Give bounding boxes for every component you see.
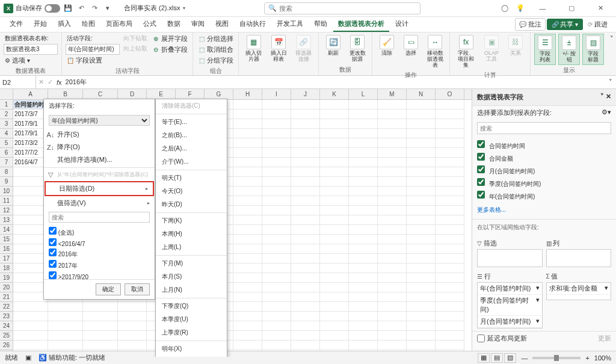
row-header[interactable]: 25 — [0, 331, 13, 341]
cell[interactable] — [320, 341, 349, 350]
group-field-button[interactable]: ⬚分组字段 — [197, 55, 235, 66]
cell[interactable] — [436, 292, 464, 302]
cell[interactable] — [436, 100, 464, 110]
cell[interactable] — [262, 167, 291, 177]
move-pivot-button[interactable]: ↔移动数据透视表 — [424, 34, 446, 70]
row-header[interactable]: 3 — [0, 119, 13, 129]
cell[interactable] — [262, 110, 291, 119]
cell[interactable] — [436, 119, 464, 129]
field-search-input[interactable] — [477, 122, 611, 134]
cell[interactable] — [320, 110, 349, 119]
tab-自动执行[interactable]: 自动执行 — [235, 17, 271, 32]
field-checkbox[interactable] — [477, 153, 485, 161]
pivot-options-button[interactable]: ⚙ 选项 ▾ — [4, 55, 58, 66]
cell[interactable] — [233, 215, 262, 225]
filter-value-item[interactable]: 2017年 — [49, 259, 150, 271]
cell[interactable] — [378, 302, 407, 312]
cell[interactable] — [13, 302, 48, 312]
cell[interactable] — [320, 148, 349, 158]
cell[interactable] — [407, 254, 436, 264]
tab-数据[interactable]: 数据 — [162, 17, 185, 32]
cell[interactable] — [349, 148, 378, 158]
cell[interactable] — [436, 254, 464, 264]
field-item[interactable]: 合同金额 — [477, 152, 611, 164]
cell[interactable] — [349, 196, 378, 206]
cell[interactable] — [378, 264, 407, 273]
cell[interactable] — [349, 158, 378, 167]
cell[interactable] — [378, 283, 407, 292]
cell[interactable] — [233, 292, 262, 302]
col-header-H[interactable]: H — [233, 89, 262, 99]
row-header[interactable]: 19 — [0, 273, 13, 283]
row-header[interactable]: 24 — [0, 321, 13, 331]
cell[interactable] — [320, 129, 349, 138]
tab-开发工具[interactable]: 开发工具 — [272, 17, 308, 32]
col-header-O[interactable]: O — [436, 89, 464, 99]
cell[interactable] — [233, 254, 262, 264]
cell[interactable] — [291, 206, 320, 215]
cell[interactable] — [407, 177, 436, 187]
cell[interactable] — [291, 148, 320, 158]
field-checkbox[interactable] — [477, 191, 485, 199]
field-pane-collapse-icon[interactable]: ˅ — [600, 93, 604, 100]
cell[interactable] — [436, 215, 464, 225]
cell[interactable] — [320, 138, 349, 148]
ribbon-collapse-icon[interactable]: ˅ — [608, 32, 616, 75]
row-header[interactable]: 9 — [0, 177, 13, 187]
row-header[interactable]: 18 — [0, 264, 13, 273]
cell[interactable] — [407, 312, 436, 321]
row-header[interactable]: 6 — [0, 148, 13, 158]
cell[interactable] — [349, 225, 378, 235]
cell[interactable] — [349, 341, 378, 350]
cancel-button[interactable]: 取消 — [125, 283, 150, 295]
cell[interactable] — [407, 302, 436, 312]
cell[interactable] — [407, 341, 436, 350]
cell[interactable] — [320, 331, 349, 341]
cell[interactable] — [320, 158, 349, 167]
worksheet-area[interactable]: ABCDEFGHIJKLMNO 1合同签约时间合同金额行标签 ▾22017/3/… — [0, 89, 472, 357]
cell[interactable] — [233, 273, 262, 283]
cell[interactable] — [436, 158, 464, 167]
cell[interactable] — [233, 158, 262, 167]
col-header-J[interactable]: J — [291, 89, 320, 99]
cell[interactable] — [349, 273, 378, 283]
share-button[interactable]: 🔗 共享 ▾ — [547, 19, 584, 30]
ok-button[interactable]: 确定 — [96, 283, 121, 295]
cell[interactable] — [118, 321, 147, 331]
olap-button[interactable]: ▣OLAP 工具 — [481, 34, 502, 64]
cell[interactable] — [291, 177, 320, 187]
filter-value-tree[interactable]: (全选) <2016/4/7 2016年 2017年 >2017/9/20 — [44, 225, 155, 279]
cell[interactable] — [291, 138, 320, 148]
cell[interactable] — [233, 187, 262, 196]
cell[interactable] — [407, 138, 436, 148]
tab-审阅[interactable]: 审阅 — [186, 17, 209, 32]
cell[interactable] — [320, 244, 349, 254]
filter-value-item[interactable]: <2016/4/7 — [49, 238, 150, 248]
maximize-button[interactable]: ▢ — [559, 0, 584, 17]
field-settings-button[interactable]: 📋 字段设置 — [66, 55, 120, 66]
cell[interactable] — [436, 148, 464, 158]
cell[interactable] — [233, 148, 262, 158]
cell[interactable] — [233, 331, 262, 341]
close-button[interactable]: ✕ — [588, 0, 612, 17]
row-header[interactable]: 16 — [0, 244, 13, 254]
row-header[interactable]: 23 — [0, 312, 13, 321]
col-header-F[interactable]: F — [176, 89, 205, 99]
cell[interactable] — [378, 292, 407, 302]
col-header-C[interactable]: C — [83, 89, 118, 99]
cell[interactable] — [378, 119, 407, 129]
col-header-I[interactable]: I — [262, 89, 291, 99]
submenu-item[interactable]: 明天(T) — [156, 171, 227, 185]
account-icon[interactable]: ◯ — [499, 3, 510, 14]
cell[interactable] — [320, 273, 349, 283]
cell[interactable] — [378, 110, 407, 119]
submenu-item[interactable]: 上季度(R) — [156, 326, 227, 339]
cell[interactable] — [48, 302, 83, 312]
cell[interactable] — [378, 244, 407, 254]
columns-area[interactable]: ▥ 列 — [546, 238, 612, 267]
field-item[interactable]: 年(合同签约时间) — [477, 190, 611, 202]
row-header[interactable]: 5 — [0, 138, 13, 148]
value-filter-item[interactable]: 值筛选(V)▸ — [44, 197, 155, 209]
cell[interactable] — [83, 341, 118, 350]
more-sort-item[interactable]: 其他排序选项(M)... — [44, 153, 155, 166]
